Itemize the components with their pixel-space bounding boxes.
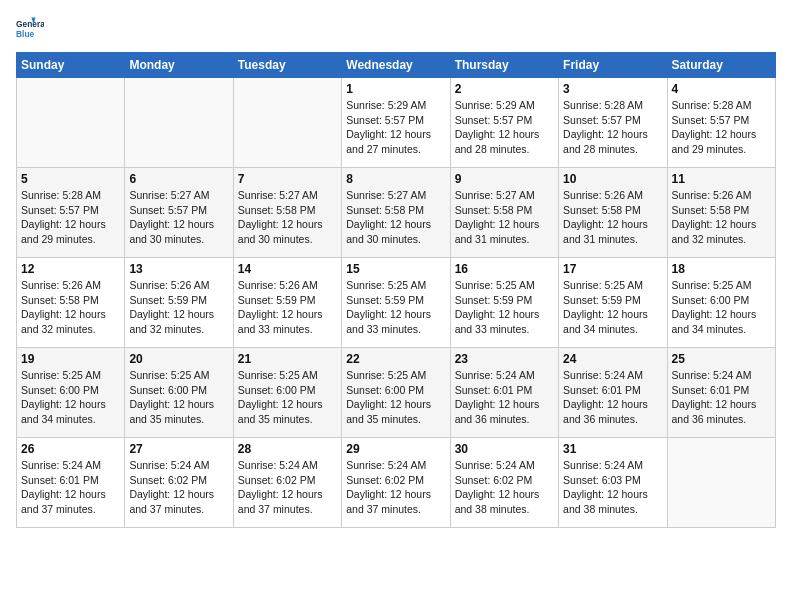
calendar-cell: 6Sunrise: 5:27 AMSunset: 5:57 PMDaylight… [125,168,233,258]
day-info: Sunrise: 5:26 AMSunset: 5:58 PMDaylight:… [21,278,120,337]
col-header-monday: Monday [125,53,233,78]
calendar-cell: 13Sunrise: 5:26 AMSunset: 5:59 PMDayligh… [125,258,233,348]
svg-text:General: General [16,19,44,29]
day-info: Sunrise: 5:24 AMSunset: 6:02 PMDaylight:… [129,458,228,517]
day-number: 18 [672,262,771,276]
day-number: 16 [455,262,554,276]
calendar-cell: 15Sunrise: 5:25 AMSunset: 5:59 PMDayligh… [342,258,450,348]
calendar-row: 1Sunrise: 5:29 AMSunset: 5:57 PMDaylight… [17,78,776,168]
col-header-wednesday: Wednesday [342,53,450,78]
calendar-cell [667,438,775,528]
day-info: Sunrise: 5:25 AMSunset: 6:00 PMDaylight:… [129,368,228,427]
logo-icon: GeneralBlue [16,16,44,44]
calendar-cell: 31Sunrise: 5:24 AMSunset: 6:03 PMDayligh… [559,438,667,528]
calendar-cell: 9Sunrise: 5:27 AMSunset: 5:58 PMDaylight… [450,168,558,258]
day-number: 26 [21,442,120,456]
calendar-row: 12Sunrise: 5:26 AMSunset: 5:58 PMDayligh… [17,258,776,348]
day-number: 31 [563,442,662,456]
calendar-row: 5Sunrise: 5:28 AMSunset: 5:57 PMDaylight… [17,168,776,258]
day-info: Sunrise: 5:24 AMSunset: 6:01 PMDaylight:… [455,368,554,427]
day-info: Sunrise: 5:28 AMSunset: 5:57 PMDaylight:… [672,98,771,157]
day-number: 12 [21,262,120,276]
logo: GeneralBlue [16,16,44,44]
svg-text:Blue: Blue [16,29,34,39]
day-number: 14 [238,262,337,276]
calendar-cell: 25Sunrise: 5:24 AMSunset: 6:01 PMDayligh… [667,348,775,438]
day-number: 27 [129,442,228,456]
day-number: 13 [129,262,228,276]
day-info: Sunrise: 5:24 AMSunset: 6:01 PMDaylight:… [21,458,120,517]
day-info: Sunrise: 5:25 AMSunset: 5:59 PMDaylight:… [346,278,445,337]
calendar-cell: 14Sunrise: 5:26 AMSunset: 5:59 PMDayligh… [233,258,341,348]
calendar-cell: 17Sunrise: 5:25 AMSunset: 5:59 PMDayligh… [559,258,667,348]
day-number: 5 [21,172,120,186]
calendar-cell: 7Sunrise: 5:27 AMSunset: 5:58 PMDaylight… [233,168,341,258]
calendar-cell: 10Sunrise: 5:26 AMSunset: 5:58 PMDayligh… [559,168,667,258]
day-info: Sunrise: 5:27 AMSunset: 5:58 PMDaylight:… [238,188,337,247]
day-number: 20 [129,352,228,366]
day-info: Sunrise: 5:26 AMSunset: 5:59 PMDaylight:… [238,278,337,337]
day-number: 2 [455,82,554,96]
day-info: Sunrise: 5:25 AMSunset: 5:59 PMDaylight:… [455,278,554,337]
day-number: 1 [346,82,445,96]
col-header-tuesday: Tuesday [233,53,341,78]
day-info: Sunrise: 5:24 AMSunset: 6:02 PMDaylight:… [346,458,445,517]
day-number: 19 [21,352,120,366]
day-info: Sunrise: 5:24 AMSunset: 6:01 PMDaylight:… [672,368,771,427]
calendar-cell: 4Sunrise: 5:28 AMSunset: 5:57 PMDaylight… [667,78,775,168]
col-header-sunday: Sunday [17,53,125,78]
calendar-cell: 27Sunrise: 5:24 AMSunset: 6:02 PMDayligh… [125,438,233,528]
calendar-cell: 28Sunrise: 5:24 AMSunset: 6:02 PMDayligh… [233,438,341,528]
header: GeneralBlue [16,16,776,44]
day-info: Sunrise: 5:28 AMSunset: 5:57 PMDaylight:… [563,98,662,157]
calendar-cell: 5Sunrise: 5:28 AMSunset: 5:57 PMDaylight… [17,168,125,258]
calendar-cell: 18Sunrise: 5:25 AMSunset: 6:00 PMDayligh… [667,258,775,348]
col-header-saturday: Saturday [667,53,775,78]
day-info: Sunrise: 5:24 AMSunset: 6:02 PMDaylight:… [238,458,337,517]
day-number: 4 [672,82,771,96]
day-number: 24 [563,352,662,366]
calendar-cell [125,78,233,168]
day-number: 21 [238,352,337,366]
day-number: 22 [346,352,445,366]
calendar-cell [17,78,125,168]
calendar-cell: 19Sunrise: 5:25 AMSunset: 6:00 PMDayligh… [17,348,125,438]
calendar-cell: 26Sunrise: 5:24 AMSunset: 6:01 PMDayligh… [17,438,125,528]
calendar-cell: 30Sunrise: 5:24 AMSunset: 6:02 PMDayligh… [450,438,558,528]
header-row: SundayMondayTuesdayWednesdayThursdayFrid… [17,53,776,78]
day-number: 10 [563,172,662,186]
col-header-thursday: Thursday [450,53,558,78]
calendar-cell: 8Sunrise: 5:27 AMSunset: 5:58 PMDaylight… [342,168,450,258]
calendar-cell: 11Sunrise: 5:26 AMSunset: 5:58 PMDayligh… [667,168,775,258]
day-number: 25 [672,352,771,366]
day-info: Sunrise: 5:27 AMSunset: 5:58 PMDaylight:… [346,188,445,247]
day-number: 15 [346,262,445,276]
calendar-cell: 2Sunrise: 5:29 AMSunset: 5:57 PMDaylight… [450,78,558,168]
day-info: Sunrise: 5:25 AMSunset: 6:00 PMDaylight:… [21,368,120,427]
day-info: Sunrise: 5:25 AMSunset: 6:00 PMDaylight:… [672,278,771,337]
day-info: Sunrise: 5:27 AMSunset: 5:58 PMDaylight:… [455,188,554,247]
calendar-cell [233,78,341,168]
day-number: 17 [563,262,662,276]
calendar-cell: 22Sunrise: 5:25 AMSunset: 6:00 PMDayligh… [342,348,450,438]
day-number: 7 [238,172,337,186]
day-info: Sunrise: 5:25 AMSunset: 5:59 PMDaylight:… [563,278,662,337]
day-info: Sunrise: 5:24 AMSunset: 6:02 PMDaylight:… [455,458,554,517]
day-number: 29 [346,442,445,456]
calendar-cell: 21Sunrise: 5:25 AMSunset: 6:00 PMDayligh… [233,348,341,438]
day-info: Sunrise: 5:27 AMSunset: 5:57 PMDaylight:… [129,188,228,247]
calendar-cell: 29Sunrise: 5:24 AMSunset: 6:02 PMDayligh… [342,438,450,528]
calendar-cell: 1Sunrise: 5:29 AMSunset: 5:57 PMDaylight… [342,78,450,168]
day-info: Sunrise: 5:25 AMSunset: 6:00 PMDaylight:… [238,368,337,427]
day-number: 6 [129,172,228,186]
calendar-cell: 23Sunrise: 5:24 AMSunset: 6:01 PMDayligh… [450,348,558,438]
day-info: Sunrise: 5:26 AMSunset: 5:58 PMDaylight:… [563,188,662,247]
calendar-cell: 12Sunrise: 5:26 AMSunset: 5:58 PMDayligh… [17,258,125,348]
calendar-table: SundayMondayTuesdayWednesdayThursdayFrid… [16,52,776,528]
calendar-cell: 16Sunrise: 5:25 AMSunset: 5:59 PMDayligh… [450,258,558,348]
day-number: 9 [455,172,554,186]
day-number: 28 [238,442,337,456]
day-number: 23 [455,352,554,366]
day-number: 11 [672,172,771,186]
col-header-friday: Friday [559,53,667,78]
